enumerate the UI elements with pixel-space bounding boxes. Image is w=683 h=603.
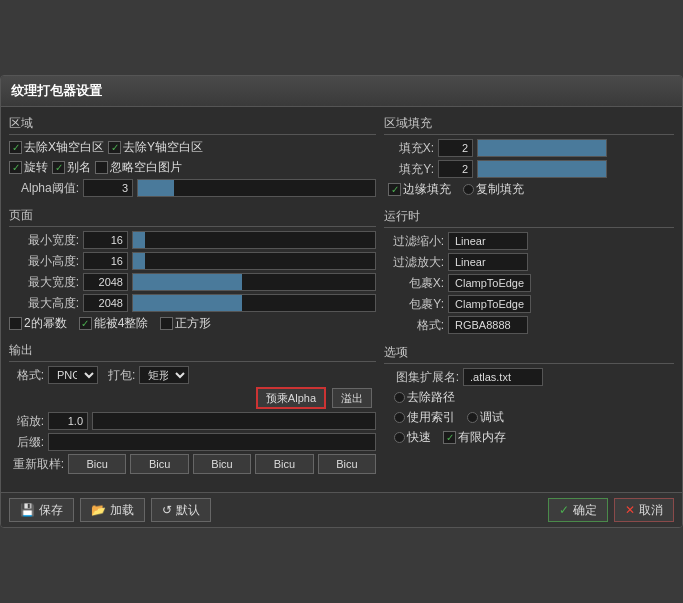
page-title: 页面	[9, 207, 376, 227]
cb-alias[interactable]	[52, 161, 65, 174]
region-fill-title: 区域填充	[384, 115, 674, 135]
overflow-button[interactable]: 溢出	[332, 388, 372, 408]
checkbox-alias[interactable]: 别名	[52, 159, 91, 176]
cancel-icon: ✕	[625, 503, 635, 517]
pow2-row: 2的幂数 能被4整除 正方形	[9, 315, 376, 332]
filter-mag-label: 过滤放大:	[384, 254, 444, 271]
premult-alpha-button[interactable]: 预乘Alpha	[256, 387, 326, 409]
max-width-slider[interactable]	[132, 273, 376, 291]
cb-limited-mem[interactable]	[443, 431, 456, 444]
wrap-x-value: ClampToEdge	[448, 274, 531, 292]
cb-pow2[interactable]	[9, 317, 22, 330]
format-dropdown[interactable]: PNG	[48, 366, 98, 384]
cb-remove-x[interactable]	[9, 141, 22, 154]
save-button[interactable]: 💾 保存	[9, 498, 74, 522]
checkbox-pow2[interactable]: 2的幂数	[9, 315, 67, 332]
resample-btn-0[interactable]: Bicu	[68, 454, 126, 474]
cb-copy-fill-label: 复制填充	[476, 181, 524, 198]
radio-debug[interactable]	[467, 412, 478, 423]
region-section: 区域 去除X轴空白区 去除Y轴空白区 旋转	[9, 115, 376, 197]
checkbox-remove-x[interactable]: 去除X轴空白区	[9, 139, 104, 156]
cb-ignore-blank[interactable]	[95, 161, 108, 174]
min-width-input[interactable]	[83, 231, 128, 249]
wrap-y-row: 包裹Y: ClampToEdge	[384, 295, 674, 313]
remove-path-row: 去除路径	[394, 389, 674, 406]
load-button[interactable]: 📂 加载	[80, 498, 145, 522]
cb-square[interactable]	[160, 317, 173, 330]
max-height-slider[interactable]	[132, 294, 376, 312]
checkbox-remove-y[interactable]: 去除Y轴空白区	[108, 139, 203, 156]
output-title: 输出	[9, 342, 376, 362]
radio-use-index[interactable]	[394, 412, 405, 423]
cb-edge-fill-label: 边缘填充	[403, 181, 451, 198]
checkbox-edge-fill[interactable]: 边缘填充	[388, 181, 451, 198]
suffix-label: 后缀:	[9, 434, 44, 451]
runtime-format-row: 格式: RGBA8888	[384, 316, 674, 334]
pack-dropdown[interactable]: 矩形	[139, 366, 189, 384]
checkbox-rotate[interactable]: 旋转	[9, 159, 48, 176]
suffix-row: 后缀:	[9, 433, 376, 451]
checkbox-copy-fill[interactable]: 复制填充	[463, 181, 524, 198]
min-width-label: 最小宽度:	[9, 232, 79, 249]
checkbox-remove-path[interactable]: 去除路径	[394, 389, 455, 406]
default-label: 默认	[176, 502, 200, 519]
checkbox-limited-mem[interactable]: 有限内存	[443, 429, 506, 446]
cb-div4[interactable]	[79, 317, 92, 330]
min-height-input[interactable]	[83, 252, 128, 270]
checkbox-square[interactable]: 正方形	[160, 315, 211, 332]
runtime-title: 运行时	[384, 208, 674, 228]
alpha-slider[interactable]	[137, 179, 376, 197]
max-height-label: 最大高度:	[9, 295, 79, 312]
min-height-slider[interactable]	[132, 252, 376, 270]
confirm-button[interactable]: ✓ 确定	[548, 498, 608, 522]
left-panel: 区域 去除X轴空白区 去除Y轴空白区 旋转	[9, 115, 376, 484]
atlas-ext-value: .atlas.txt	[463, 368, 543, 386]
max-height-input[interactable]	[83, 294, 128, 312]
max-width-input[interactable]	[83, 273, 128, 291]
format-label: 格式:	[9, 367, 44, 384]
runtime-format-value: RGBA8888	[448, 316, 528, 334]
cb-remove-x-label: 去除X轴空白区	[24, 139, 104, 156]
filter-mag-value: Linear	[448, 253, 528, 271]
scale-label: 缩放:	[9, 413, 44, 430]
cb-remove-y[interactable]	[108, 141, 121, 154]
resample-btn-4[interactable]: Bicu	[318, 454, 376, 474]
options-title: 选项	[384, 344, 674, 364]
max-width-label: 最大宽度:	[9, 274, 79, 291]
output-section: 输出 格式: PNG 打包: 矩形 预乘Alpha 溢出	[9, 342, 376, 474]
alpha-label: Alpha阈值:	[9, 180, 79, 197]
fill-x-slider[interactable]	[477, 139, 607, 157]
filter-min-value: Linear	[448, 232, 528, 250]
cb-rotate[interactable]	[9, 161, 22, 174]
load-label: 加载	[110, 502, 134, 519]
fill-y-slider[interactable]	[477, 160, 607, 178]
radio-fast[interactable]	[394, 432, 405, 443]
resample-btn-1[interactable]: Bicu	[130, 454, 188, 474]
filter-min-label: 过滤缩小:	[384, 233, 444, 250]
fill-opts-row: 边缘填充 复制填充	[388, 181, 674, 198]
checkbox-fast[interactable]: 快速	[394, 429, 431, 446]
fill-x-input[interactable]	[438, 139, 473, 157]
checkbox-ignore-blank[interactable]: 忽略空白图片	[95, 159, 182, 176]
dialog-title: 纹理打包器设置	[11, 83, 102, 98]
scale-slider[interactable]	[92, 412, 376, 430]
cb-debug-label: 调试	[480, 409, 504, 426]
resample-btn-3[interactable]: Bicu	[255, 454, 313, 474]
fill-y-input[interactable]	[438, 160, 473, 178]
cb-remove-y-label: 去除Y轴空白区	[123, 139, 203, 156]
filter-mag-row: 过滤放大: Linear	[384, 253, 674, 271]
min-width-slider[interactable]	[132, 231, 376, 249]
radio-remove-path[interactable]	[394, 392, 405, 403]
default-button[interactable]: ↺ 默认	[151, 498, 211, 522]
alpha-value-input[interactable]	[83, 179, 133, 197]
cancel-button[interactable]: ✕ 取消	[614, 498, 674, 522]
scale-input[interactable]	[48, 412, 88, 430]
checkbox-debug[interactable]: 调试	[467, 409, 504, 426]
checkbox-div4[interactable]: 能被4整除	[79, 315, 149, 332]
suffix-input[interactable]	[48, 433, 376, 451]
resample-btn-2[interactable]: Bicu	[193, 454, 251, 474]
cb-edge-fill[interactable]	[388, 183, 401, 196]
checkbox-use-index[interactable]: 使用索引	[394, 409, 455, 426]
radio-copy-fill[interactable]	[463, 184, 474, 195]
wrap-x-label: 包裹X:	[384, 275, 444, 292]
